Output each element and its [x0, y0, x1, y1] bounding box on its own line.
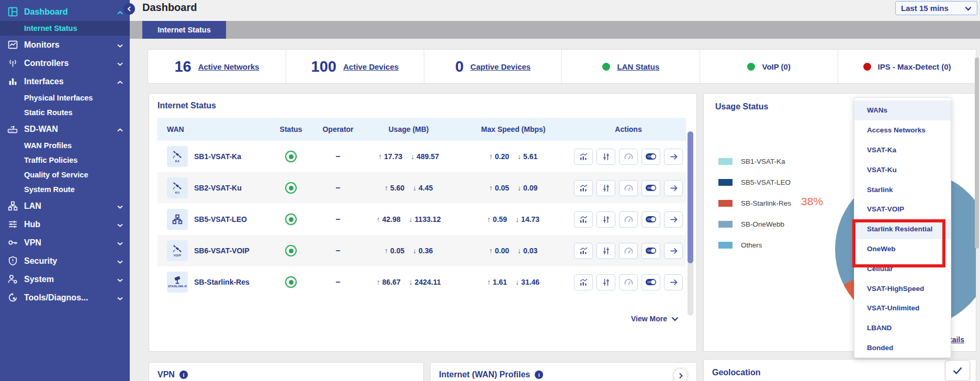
speed-gauge-action-button[interactable]: [619, 149, 638, 165]
table-scrollbar[interactable]: [688, 131, 693, 316]
go-to-detail-arrow-button[interactable]: [664, 243, 683, 259]
sidebar: Dashboard Internet Status Monitors Contr…: [0, 0, 130, 381]
tab-internet-status[interactable]: Internet Status: [142, 21, 226, 39]
dropdown-item-wans[interactable]: WANs: [854, 100, 951, 120]
panel-title: Internet Status: [157, 101, 688, 110]
chart-action-button[interactable]: [574, 149, 593, 165]
active-devices-link[interactable]: Active Devices: [343, 62, 399, 71]
view-more-link[interactable]: View More: [631, 315, 679, 323]
go-to-detail-arrow-button[interactable]: [664, 211, 683, 228]
speed-down: 5.61: [523, 152, 537, 161]
info-icon[interactable]: i: [179, 371, 188, 379]
chart-action-button[interactable]: [574, 243, 593, 259]
table-row[interactable]: KA SB1-VSAT-Ka – ↑17.73↓489.57 ↑0.20↓5.6…: [157, 141, 686, 172]
sliders-action-button[interactable]: [596, 149, 615, 165]
sidebar-item-static-routes[interactable]: Static Routes: [0, 105, 130, 120]
stat-active-networks: 16 Active Networks: [148, 50, 286, 83]
sidebar-item-controllers[interactable]: Controllers: [0, 54, 130, 72]
sidebar-item-quality-of-service[interactable]: Quality of Service: [0, 167, 130, 182]
map-check-control[interactable]: [945, 360, 970, 381]
enable-toggle-button[interactable]: ON: [641, 211, 660, 228]
sidebar-item-lan[interactable]: LAN: [0, 197, 130, 215]
lan-status-link[interactable]: LAN Status: [617, 62, 659, 71]
chart-action-button[interactable]: [574, 274, 593, 290]
info-icon[interactable]: i: [535, 371, 543, 379]
sidebar-item-label: Static Routes: [24, 108, 73, 117]
page-scrollbar-thumb[interactable]: [975, 58, 979, 249]
sidebar-item-hub[interactable]: Hub: [0, 215, 130, 233]
table-row[interactable]: SB5-VSAT-LEO – ↑42.98↓1133.12 ↑0.59↓14.7…: [157, 204, 686, 235]
sliders-action-button[interactable]: [596, 274, 615, 290]
time-range-select[interactable]: Last 15 mins: [895, 1, 977, 15]
table-row[interactable]: VOIP SB6-VSAT-VOIP – ↑0.05↓0.36 ↑0.00↓0.…: [157, 235, 686, 266]
speed-down: 0.03: [523, 246, 537, 255]
sidebar-item-interfaces[interactable]: Interfaces: [0, 72, 130, 91]
dropdown-item-lband[interactable]: LBAND: [854, 318, 951, 338]
dropdown-item-starlink[interactable]: Starlink: [854, 180, 951, 199]
dropdown-item-oneweb[interactable]: OneWeb: [854, 239, 951, 259]
dropdown-item-vsat-voip[interactable]: VSAT-VOIP: [854, 199, 951, 219]
go-to-detail-arrow-button[interactable]: [664, 149, 683, 165]
sidebar-item-label: VPN: [24, 238, 41, 248]
sidebar-item-sdwan[interactable]: SD-WAN: [0, 120, 130, 138]
interfaces-icon: [6, 76, 19, 86]
table-row[interactable]: STARLINK-R SB-Starlink-Res – ↑86.67↓2424…: [157, 266, 686, 298]
table-row[interactable]: KU SB2-VSAT-Ku – ↑5.60↓4.45 ↑0.05↓0.09 O…: [157, 172, 686, 204]
chart-action-button[interactable]: [574, 180, 593, 196]
chart-action-button[interactable]: [574, 211, 593, 228]
speed-gauge-action-button[interactable]: [619, 274, 638, 290]
dropdown-item-vsat-ku[interactable]: VSAT-Ku: [854, 160, 951, 180]
legend-item: SB-Starlink-Res: [718, 199, 791, 207]
speed-gauge-action-button[interactable]: [619, 211, 638, 228]
table-scrollbar-thumb[interactable]: [688, 131, 693, 263]
dropdown-item-cellular[interactable]: Cellular: [854, 259, 951, 278]
sidebar-collapse-button[interactable]: [123, 3, 135, 15]
lan-icon: [6, 201, 19, 211]
col-header-status: Status: [267, 125, 314, 133]
captive-devices-link[interactable]: Captive Devices: [470, 62, 531, 71]
go-to-detail-arrow-button[interactable]: [664, 180, 683, 196]
svg-text:ON: ON: [647, 155, 651, 158]
panel-expand-arrow-button[interactable]: [673, 368, 688, 381]
speed-gauge-action-button[interactable]: [619, 180, 638, 196]
sidebar-item-vpn[interactable]: VPN: [0, 233, 130, 252]
go-to-detail-arrow-button[interactable]: [664, 274, 683, 290]
sidebar-item-physical-interfaces[interactable]: Physical Interfaces: [0, 91, 130, 105]
enable-toggle-button[interactable]: ON: [641, 274, 660, 290]
sliders-action-button[interactable]: [596, 243, 615, 259]
upload-arrow-icon: ↑: [377, 215, 380, 223]
sidebar-item-traffic-policies[interactable]: Traffic Policies: [0, 153, 130, 167]
enable-toggle-button[interactable]: ON: [641, 180, 660, 196]
sliders-action-button[interactable]: [596, 180, 615, 196]
sidebar-item-monitors[interactable]: Monitors: [0, 36, 130, 54]
dropdown-item-vsat-ka[interactable]: VSAT-Ka: [854, 140, 951, 160]
sidebar-item-dashboard[interactable]: Dashboard: [0, 3, 130, 21]
dropdown-item-starlink-residential[interactable]: Starlink Residential: [854, 219, 951, 239]
satellite-icon: KU: [167, 177, 188, 198]
enable-toggle-button[interactable]: ON: [641, 149, 660, 165]
dropdown-item-access-networks[interactable]: Access Networks: [854, 120, 951, 140]
sidebar-item-system-route[interactable]: System Route: [0, 182, 130, 197]
col-header-max-speed: Max Speed (Mbps): [456, 125, 571, 133]
active-networks-link[interactable]: Active Networks: [198, 62, 260, 71]
enable-toggle-button[interactable]: ON: [641, 243, 660, 259]
dropdown-item-vsat-highspeed[interactable]: VSAT-HighSpeed: [854, 278, 951, 298]
sidebar-item-security[interactable]: Security: [0, 252, 130, 270]
sidebar-item-system[interactable]: System: [0, 270, 130, 288]
legend-item: Others: [718, 241, 791, 249]
speed-gauge-action-button[interactable]: [619, 243, 638, 259]
page-title: Dashboard: [142, 2, 197, 14]
sliders-action-button[interactable]: [596, 211, 615, 228]
sidebar-item-tools-diagnostics[interactable]: Tools/Diagnos...: [0, 288, 130, 307]
status-connected-dot: [285, 182, 297, 194]
sidebar-item-internet-status[interactable]: Internet Status: [0, 21, 130, 36]
dropdown-item-vsat-unlimited[interactable]: VSAT-Unlimited: [854, 298, 951, 318]
upload-arrow-icon: ↑: [377, 278, 380, 286]
chevron-down-icon: [117, 256, 123, 266]
wan-name: SB2-VSAT-Ku: [194, 184, 242, 192]
operator-value: –: [314, 277, 362, 287]
upload-arrow-icon: ↑: [378, 152, 382, 161]
dropdown-item-bonded[interactable]: Bonded: [854, 338, 951, 358]
sidebar-item-wan-profiles[interactable]: WAN Profiles: [0, 138, 130, 153]
download-arrow-icon: ↓: [515, 278, 519, 286]
